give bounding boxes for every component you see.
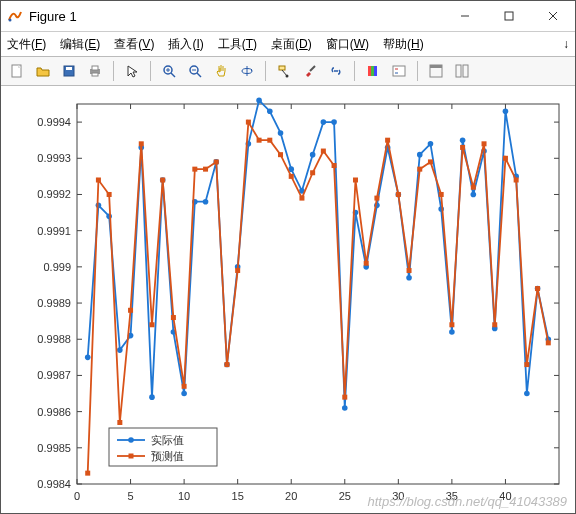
link-plot-button[interactable] — [324, 59, 348, 83]
menu-tools[interactable]: 工具(T) — [218, 36, 257, 53]
svg-rect-3 — [505, 12, 513, 20]
menu-more-icon[interactable]: ↓ — [563, 37, 569, 51]
svg-rect-162 — [321, 149, 326, 154]
svg-rect-155 — [246, 120, 251, 125]
minimize-button[interactable] — [443, 1, 487, 31]
svg-text:实际值: 实际值 — [151, 434, 184, 446]
svg-rect-172 — [428, 159, 433, 164]
pan-button[interactable] — [209, 59, 233, 83]
svg-rect-181 — [524, 362, 529, 367]
svg-text:5: 5 — [127, 490, 133, 502]
rotate3d-button[interactable] — [235, 59, 259, 83]
svg-rect-141 — [96, 178, 101, 183]
svg-rect-170 — [407, 268, 412, 273]
close-button[interactable] — [531, 1, 575, 31]
menu-edit[interactable]: 编辑(E) — [60, 36, 100, 53]
toolbar — [1, 57, 575, 86]
svg-rect-32 — [430, 65, 442, 68]
svg-text:0.9989: 0.9989 — [37, 297, 71, 309]
svg-rect-11 — [92, 66, 98, 70]
svg-point-130 — [449, 329, 455, 335]
svg-rect-182 — [535, 286, 540, 291]
new-file-button[interactable] — [5, 59, 29, 83]
svg-rect-183 — [546, 340, 551, 345]
window-title: Figure 1 — [29, 9, 443, 24]
svg-text:0: 0 — [74, 490, 80, 502]
zoom-in-button[interactable] — [157, 59, 181, 83]
menu-window[interactable]: 窗口(W) — [326, 36, 369, 53]
svg-line-4 — [549, 12, 557, 20]
svg-rect-173 — [439, 192, 444, 197]
svg-point-131 — [460, 137, 466, 143]
svg-point-114 — [278, 130, 284, 136]
svg-text:35: 35 — [446, 490, 458, 502]
svg-rect-168 — [385, 138, 390, 143]
svg-rect-179 — [503, 156, 508, 161]
svg-rect-163 — [332, 163, 337, 168]
svg-point-113 — [267, 108, 273, 114]
svg-rect-167 — [374, 196, 379, 201]
svg-text:0.9986: 0.9986 — [37, 406, 71, 418]
axes[interactable]: 0.99840.99850.99860.99870.99880.99890.99… — [1, 86, 575, 514]
svg-rect-189 — [129, 454, 134, 459]
svg-rect-176 — [471, 185, 476, 190]
svg-rect-178 — [492, 322, 497, 327]
svg-point-1 — [9, 19, 12, 22]
save-button[interactable] — [57, 59, 81, 83]
matlab-figure-icon — [7, 8, 23, 24]
svg-text:0.9994: 0.9994 — [37, 116, 71, 128]
data-cursor-button[interactable] — [272, 59, 296, 83]
svg-text:0.9985: 0.9985 — [37, 442, 71, 454]
svg-rect-164 — [342, 395, 347, 400]
svg-rect-25 — [368, 66, 371, 76]
menubar: 文件(F) 编辑(E) 查看(V) 插入(I) 工具(T) 桌面(D) 窗口(W… — [1, 32, 575, 57]
svg-rect-148 — [171, 315, 176, 320]
svg-rect-158 — [278, 152, 283, 157]
svg-point-126 — [406, 275, 412, 281]
svg-rect-180 — [514, 178, 519, 183]
svg-rect-27 — [374, 66, 377, 76]
maximize-button[interactable] — [487, 1, 531, 31]
open-folder-button[interactable] — [31, 59, 55, 83]
svg-text:20: 20 — [285, 490, 297, 502]
svg-point-96 — [85, 355, 91, 361]
menu-view[interactable]: 查看(V) — [114, 36, 154, 53]
svg-line-5 — [549, 12, 557, 20]
pointer-button[interactable] — [120, 59, 144, 83]
svg-rect-154 — [235, 268, 240, 273]
svg-rect-156 — [257, 138, 262, 143]
svg-point-135 — [503, 108, 509, 114]
insert-legend-button[interactable] — [387, 59, 411, 83]
svg-text:15: 15 — [232, 490, 244, 502]
zoom-out-button[interactable] — [183, 59, 207, 83]
svg-rect-146 — [149, 322, 154, 327]
svg-rect-165 — [353, 178, 358, 183]
svg-point-186 — [128, 437, 134, 443]
titlebar: Figure 1 — [1, 1, 575, 32]
svg-point-105 — [181, 391, 187, 397]
tile-button[interactable] — [450, 59, 474, 83]
dock-button[interactable] — [424, 59, 448, 83]
insert-colorbar-button[interactable] — [361, 59, 385, 83]
svg-rect-174 — [449, 322, 454, 327]
menu-file[interactable]: 文件(F) — [7, 36, 46, 53]
menu-desktop[interactable]: 桌面(D) — [271, 36, 312, 53]
menu-insert[interactable]: 插入(I) — [168, 36, 203, 53]
svg-text:0.9993: 0.9993 — [37, 152, 71, 164]
svg-rect-147 — [160, 178, 165, 183]
svg-text:0.9991: 0.9991 — [37, 225, 71, 237]
svg-text:0.9992: 0.9992 — [37, 188, 71, 200]
menu-help[interactable]: 帮助(H) — [383, 36, 424, 53]
svg-rect-159 — [289, 174, 294, 179]
print-button[interactable] — [83, 59, 107, 83]
svg-rect-161 — [310, 170, 315, 175]
svg-line-14 — [171, 73, 175, 77]
svg-rect-169 — [396, 192, 401, 197]
svg-rect-21 — [279, 66, 285, 70]
svg-rect-34 — [463, 65, 468, 77]
svg-rect-28 — [393, 66, 405, 76]
brush-button[interactable] — [298, 59, 322, 83]
svg-point-127 — [417, 152, 423, 158]
svg-text:0.999: 0.999 — [43, 261, 71, 273]
svg-point-102 — [149, 394, 155, 400]
